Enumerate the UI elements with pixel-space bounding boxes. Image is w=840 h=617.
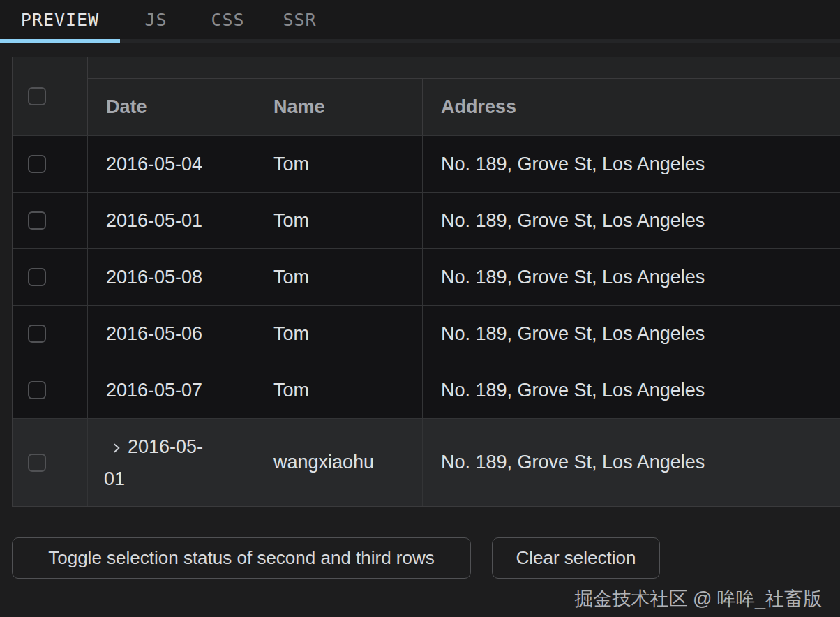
cell-address: No. 189, Grove St, Los Angeles — [423, 136, 840, 192]
cell-name: Tom — [255, 362, 423, 418]
row-select-cell — [13, 419, 88, 506]
row-checkbox[interactable] — [28, 454, 46, 472]
row-checkbox[interactable] — [28, 211, 46, 230]
tab-bar: PREVIEW JS CSS SSR — [0, 0, 840, 39]
action-buttons-row: Toggle selection status of second and th… — [12, 537, 840, 579]
expandable-date-content: 2016-05-01 — [104, 431, 210, 495]
table-row: 2016-05-07 Tom No. 189, Grove St, Los An… — [13, 362, 840, 418]
row-select-cell — [13, 306, 88, 362]
cell-date: 2016-05-08 — [88, 249, 255, 305]
cell-name: Tom — [255, 306, 423, 362]
cell-date: 2016-05-04 — [88, 136, 255, 192]
header-empty-strip — [88, 57, 840, 79]
header-cells: Date Name Address — [88, 79, 840, 135]
cell-date: 2016-05-07 — [88, 362, 255, 418]
data-table: Date Name Address 2016-05-04 Tom No. 189… — [12, 57, 840, 507]
row-select-cell — [13, 193, 88, 248]
tab-track — [0, 39, 840, 43]
cell-date: 2016-05-01 — [88, 419, 255, 506]
tab-preview[interactable]: PREVIEW — [0, 0, 120, 39]
header-right: Date Name Address — [88, 57, 840, 135]
table-row: 2016-05-01 Tom No. 189, Grove St, Los An… — [13, 192, 840, 248]
cell-name: Tom — [255, 136, 423, 192]
row-select-cell — [13, 362, 88, 418]
active-tab-indicator — [0, 39, 120, 43]
table-row: 2016-05-06 Tom No. 189, Grove St, Los An… — [13, 305, 840, 362]
cell-address: No. 189, Grove St, Los Angeles — [423, 362, 840, 418]
row-select-cell — [13, 136, 88, 192]
row-checkbox[interactable] — [28, 268, 46, 286]
clear-selection-button[interactable]: Clear selection — [492, 537, 660, 579]
table-row-expandable: 2016-05-01 wangxiaohu No. 189, Grove St,… — [13, 418, 840, 506]
table-row: 2016-05-08 Tom No. 189, Grove St, Los An… — [13, 248, 840, 305]
cell-name: Tom — [255, 249, 423, 305]
table-header: Date Name Address — [13, 57, 840, 135]
expand-chevron-icon[interactable] — [111, 443, 122, 454]
row-checkbox[interactable] — [28, 381, 46, 399]
tab-js[interactable]: JS — [120, 0, 192, 39]
cell-address: No. 189, Grove St, Los Angeles — [423, 249, 840, 305]
column-header-name: Name — [255, 79, 423, 135]
cell-date: 2016-05-06 — [88, 306, 255, 362]
row-checkbox[interactable] — [28, 155, 46, 173]
column-header-date: Date — [88, 79, 255, 135]
select-all-checkbox[interactable] — [28, 87, 46, 105]
column-header-address: Address — [423, 79, 840, 135]
cell-name: wangxiaohu — [255, 419, 423, 506]
watermark-text: 掘金技术社区 @ 哞哞_社畜版 — [0, 586, 840, 611]
table-row: 2016-05-04 Tom No. 189, Grove St, Los An… — [13, 135, 840, 192]
header-select-cell — [13, 57, 88, 135]
row-select-cell — [13, 249, 88, 305]
row-checkbox[interactable] — [28, 325, 46, 343]
cell-address: No. 189, Grove St, Los Angeles — [423, 193, 840, 248]
cell-name: Tom — [255, 193, 423, 248]
cell-address: No. 189, Grove St, Los Angeles — [423, 419, 840, 506]
toggle-selection-button[interactable]: Toggle selection status of second and th… — [12, 537, 471, 579]
tab-ssr[interactable]: SSR — [264, 0, 336, 39]
cell-address: No. 189, Grove St, Los Angeles — [423, 306, 840, 362]
tab-css[interactable]: CSS — [192, 0, 264, 39]
cell-date: 2016-05-01 — [88, 193, 255, 248]
